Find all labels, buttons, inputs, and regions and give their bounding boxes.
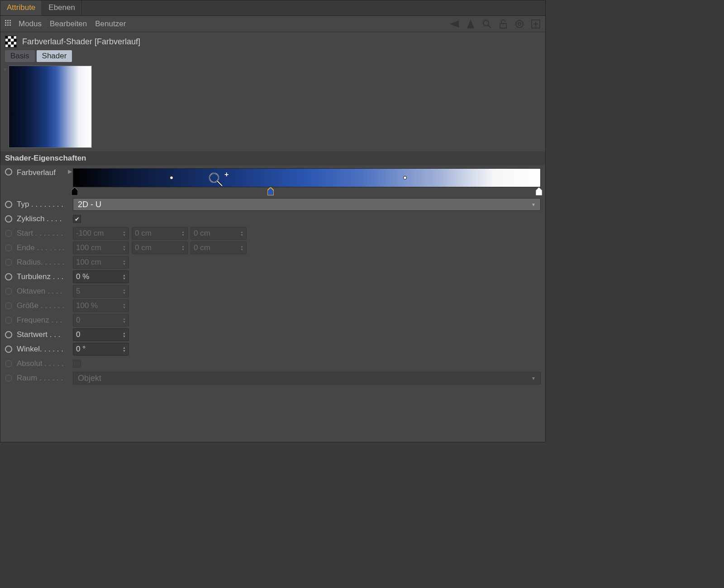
type-value: 2D - U [78,200,101,209]
gradient-preview[interactable] [9,66,92,148]
param-anim-toggle[interactable] [5,215,12,223]
gradient-knot-selected[interactable] [267,187,274,195]
param-anim-toggle[interactable] [5,273,12,280]
panel-tabs: Attribute Ebenen [0,0,545,16]
row-start: Start . . . . . . . -100 cm▲▼ 0 cm▲▼ 0 c… [5,226,541,241]
chevron-down-icon: ▼ [531,376,536,381]
absolute-checkbox [73,360,81,368]
lock-icon[interactable] [497,18,509,30]
seed-field[interactable]: 0▲▼ [73,328,129,341]
svg-rect-1 [7,20,9,21]
type-select[interactable]: 2D - U ▼ [73,198,541,211]
param-anim-toggle[interactable] [5,168,12,175]
svg-point-11 [483,20,489,26]
target-icon[interactable] [514,18,525,30]
checker-icon [5,36,17,47]
search-icon[interactable] [481,18,493,30]
svg-line-12 [488,25,491,28]
tab-shader[interactable]: Shader [37,50,72,62]
row-angle: Winkel. . . . . . 0 °▲▼ [5,342,541,356]
octaves-field: 5▲▼ [73,285,129,298]
gradient-interp-dot[interactable] [170,176,173,180]
param-anim-toggle [5,244,12,251]
chevron-down-icon: ▼ [531,202,536,207]
svg-point-14 [516,20,523,28]
label-octaves: Oktaven . . . . [17,287,67,296]
svg-rect-8 [10,24,11,26]
row-absolute: Absolut . . . . . [5,356,541,371]
label-cyclic: Zyklisch . . . . [17,214,67,223]
row-end: Ende . . . . . . . 100 cm▲▼ 0 cm▲▼ 0 cm▲… [5,241,541,255]
param-anim-toggle[interactable] [5,331,12,338]
cyclic-checkbox[interactable]: ✔ [73,215,81,223]
param-anim-toggle [5,375,12,382]
svg-marker-10 [467,19,474,28]
label-radius: Radius. . . . . . [17,258,67,267]
svg-rect-7 [7,24,9,26]
row-turbulence: Turbulenz . . . 0 %▲▼ [5,270,541,284]
param-anim-toggle[interactable] [5,201,12,208]
label-seed: Startwert . . . [17,330,67,339]
param-anim-toggle [5,302,12,309]
svg-rect-2 [10,20,11,21]
tab-attribute[interactable]: Attribute [0,0,42,15]
row-type: Typ . . . . . . . . 2D - U ▼ [5,197,541,212]
gradient-knot[interactable] [536,187,542,195]
row-seed: Startwert . . . 0▲▼ [5,327,541,342]
end-z-field: 0 cm▲▼ [191,242,247,254]
svg-point-15 [518,23,521,25]
shader-title: Farbverlauf-Shader [Farbverlauf] [22,37,140,47]
svg-rect-6 [5,24,6,26]
disclosure-triangle-icon[interactable]: ▼ [2,66,9,148]
svg-rect-0 [5,20,6,21]
section-header: Shader-Eigenschaften [0,152,545,165]
tab-layers[interactable]: Ebenen [42,0,82,15]
label-start: Start . . . . . . . [17,229,67,238]
turbulence-field[interactable]: 0 %▲▼ [73,270,129,283]
sub-tabs: Basis Shader [0,50,545,65]
gradient-knots [73,187,541,197]
toolbar: Modus Bearbeiten Benutzer [0,16,545,32]
row-octaves: Oktaven . . . . 5▲▼ [5,284,541,299]
row-gradient: Farbverlauf ▶ + [5,167,541,197]
nav-up-icon[interactable] [465,18,476,30]
grid-icon[interactable] [4,19,14,29]
svg-rect-4 [7,22,9,24]
gradient-knot[interactable] [71,187,78,195]
menu-user[interactable]: Benutzer [95,19,126,28]
label-space: Raum . . . . . . [17,374,67,383]
new-tab-icon[interactable] [530,18,542,30]
param-anim-toggle[interactable] [5,346,12,353]
radius-field: 100 cm▲▼ [73,256,129,269]
row-frequency: Frequenz . . . 0▲▼ [5,313,541,327]
gradient-interp-dot[interactable] [403,176,407,180]
angle-field[interactable]: 0 °▲▼ [73,343,129,356]
space-select: Objekt ▼ [73,372,541,384]
label-end: Ende . . . . . . . [17,243,67,252]
param-anim-toggle [5,317,12,324]
label-size: Größe . . . . . . [17,301,67,310]
end-y-field: 0 cm▲▼ [132,242,188,254]
svg-line-22 [217,181,222,186]
frequency-field: 0▲▼ [73,314,129,327]
menu-edit[interactable]: Bearbeiten [50,19,87,28]
nav-back-icon[interactable] [448,18,460,30]
row-radius: Radius. . . . . . 100 cm▲▼ [5,255,541,270]
menu-mode[interactable]: Modus [19,19,42,28]
end-x-field: 100 cm▲▼ [73,242,129,254]
label-turbulence: Turbulenz . . . [17,272,67,281]
row-space: Raum . . . . . . Objekt ▼ [5,371,541,385]
expand-icon[interactable]: ▶ [67,168,73,175]
svg-rect-5 [10,22,11,24]
start-x-field: -100 cm▲▼ [73,227,129,240]
label-angle: Winkel. . . . . . [17,345,67,354]
gradient-bar[interactable]: + [73,168,541,187]
param-anim-toggle [5,230,12,237]
label-gradient: Farbverlauf [17,168,67,177]
param-anim-toggle [5,360,12,367]
row-size: Größe . . . . . . 100 %▲▼ [5,299,541,313]
tab-basis[interactable]: Basis [5,50,35,62]
start-z-field: 0 cm▲▼ [191,227,247,240]
plus-icon: + [224,171,229,179]
param-anim-toggle [5,288,12,295]
